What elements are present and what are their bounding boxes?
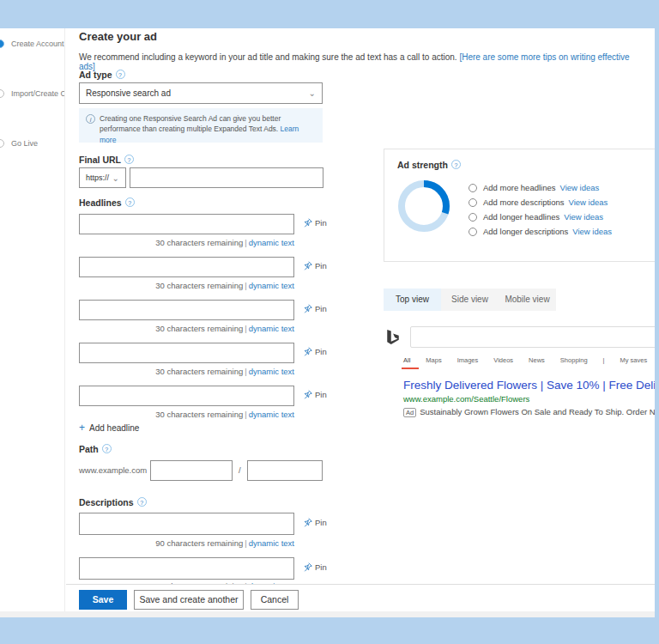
plus-icon: +	[79, 422, 85, 434]
view-ideas-link[interactable]: View ideas	[572, 227, 612, 236]
description-input[interactable]	[79, 513, 294, 535]
page-title: Create your ad	[79, 30, 157, 43]
pin-button[interactable]: Pin	[303, 518, 327, 527]
protocol-value: https://	[86, 173, 109, 182]
dynamic-text-link[interactable]: dynamic text	[249, 281, 294, 290]
pin-button[interactable]: Pin	[303, 304, 327, 313]
headline-input[interactable]	[79, 214, 294, 234]
suggestion-row: Add more descriptionsView ideas	[469, 197, 608, 207]
step-dot-active-icon	[0, 39, 4, 48]
create-ad-page: Create Account Import/Create Ca Go Live …	[0, 0, 659, 644]
ad-type-infobox: i Creating one Responsive Search Ad can …	[79, 108, 323, 143]
pin-button[interactable]: Pin	[303, 261, 327, 270]
headline-input[interactable]	[79, 257, 294, 277]
pin-button[interactable]: Pin	[303, 347, 327, 356]
main-panel: Create your ad We recommend including a …	[66, 28, 655, 611]
preview-ad-title[interactable]: Freshly Delivered Flowers | Save 10% | F…	[403, 379, 655, 392]
top-chrome-bar	[0, 0, 659, 28]
preview-ad-description: AdSustainably Grown Flowers On Sale and …	[403, 407, 655, 417]
help-icon[interactable]: ?	[137, 497, 147, 507]
info-text: Creating one Responsive Search Ad can gi…	[100, 114, 281, 133]
help-icon[interactable]: ?	[102, 444, 112, 453]
nav-item-shopping[interactable]: Shopping	[560, 356, 588, 364]
preview-ad-url: www.example.com/Seattle/Flowers	[403, 394, 529, 404]
pin-button[interactable]: Pin	[303, 390, 327, 399]
url-protocol-select[interactable]: https:// ⌄	[79, 167, 126, 188]
step-dot-icon	[0, 89, 4, 98]
suggestion-row: Add longer descriptionsView ideas	[469, 227, 612, 236]
nav-item-my-saves[interactable]: My saves	[620, 356, 648, 364]
bing-nav: All Maps Images Videos News Shopping | M…	[403, 356, 655, 364]
radio-icon[interactable]	[469, 198, 477, 207]
save-and-create-another-button[interactable]: Save and create another	[134, 590, 244, 610]
dynamic-text-link[interactable]: dynamic text	[249, 410, 294, 419]
ad-strength-panel: Ad strength? Add more headlinesView idea…	[384, 149, 655, 262]
view-ideas-link[interactable]: View ideas	[564, 212, 603, 222]
save-button[interactable]: Save	[79, 590, 127, 610]
nav-item-videos[interactable]: Videos	[493, 356, 513, 364]
chars-remaining: 30 characters remaining|dynamic text	[79, 367, 294, 376]
radio-icon[interactable]	[469, 213, 477, 222]
search-input[interactable]	[410, 326, 655, 348]
sidebar-item-create-account[interactable]: Create Account	[0, 39, 65, 51]
step-dot-icon	[0, 139, 4, 148]
help-icon[interactable]: ?	[124, 155, 134, 164]
step-label: Create Account	[11, 39, 64, 48]
path-label: Path?	[79, 444, 112, 454]
path-prefix: www.example.com /	[79, 465, 154, 475]
recommendation-text: We recommend including a keyword in your…	[79, 52, 645, 71]
chars-remaining: 30 characters remaining|dynamic text	[79, 238, 294, 247]
cancel-button[interactable]: Cancel	[251, 590, 299, 610]
chevron-down-icon: ⌄	[309, 83, 316, 103]
headline-input[interactable]	[79, 300, 294, 320]
recommendation-body: We recommend including a keyword in your…	[79, 52, 457, 62]
pin-button[interactable]: Pin	[303, 218, 327, 228]
add-headline-button[interactable]: +Add headline	[79, 422, 139, 434]
tab-side-view[interactable]: Side view	[441, 289, 499, 311]
dynamic-text-link[interactable]: dynamic text	[249, 538, 294, 548]
radio-icon[interactable]	[469, 184, 477, 192]
radio-icon[interactable]	[469, 228, 477, 236]
final-url-label: Final URL?	[79, 155, 134, 165]
help-icon[interactable]: ?	[116, 70, 125, 79]
headline-input[interactable]	[79, 343, 294, 363]
dynamic-text-link[interactable]: dynamic text	[249, 238, 294, 247]
help-icon[interactable]: ?	[125, 197, 135, 207]
path-input-1[interactable]	[150, 460, 233, 481]
bottom-chrome-bar	[0, 617, 659, 644]
help-icon[interactable]: ?	[451, 160, 461, 169]
final-url-input[interactable]	[130, 167, 323, 188]
steps-sidebar: Create Account Import/Create Ca Go Live	[0, 28, 65, 611]
sidebar-item-import-create-campaign[interactable]: Import/Create Ca	[0, 88, 65, 100]
step-label: Import/Create Ca	[11, 89, 64, 98]
view-ideas-link[interactable]: View ideas	[560, 183, 600, 192]
dynamic-text-link[interactable]: dynamic text	[249, 367, 294, 376]
nav-item-all[interactable]: All	[403, 356, 410, 364]
info-icon: i	[86, 114, 95, 124]
nav-item-maps[interactable]: Maps	[426, 356, 441, 364]
nav-item-news[interactable]: News	[529, 356, 545, 364]
tab-top-view[interactable]: Top view	[384, 289, 441, 311]
ad-strength-title: Ad strength?	[397, 160, 461, 170]
chars-remaining: 90 characters remaining|dynamic text	[79, 538, 294, 548]
ad-type-select[interactable]: Responsive search ad ⌄	[79, 82, 323, 104]
pin-button[interactable]: Pin	[303, 562, 327, 572]
sidebar-item-go-live[interactable]: Go Live	[0, 138, 65, 150]
nav-item-images[interactable]: Images	[457, 356, 479, 364]
ad-badge: Ad	[403, 408, 416, 417]
action-footer: Save Save and create another Cancel	[66, 584, 655, 611]
chars-remaining: 30 characters remaining|dynamic text	[79, 324, 294, 333]
chevron-down-icon: ⌄	[112, 168, 119, 188]
dynamic-text-link[interactable]: dynamic text	[249, 324, 294, 333]
active-nav-underline	[402, 368, 419, 369]
headlines-label: Headlines?	[79, 197, 135, 208]
tab-mobile-view[interactable]: Mobile view	[499, 289, 556, 311]
suggestion-row: Add longer headlinesView ideas	[469, 212, 603, 222]
chars-remaining: 30 characters remaining|dynamic text	[79, 281, 294, 290]
view-ideas-link[interactable]: View ideas	[569, 197, 608, 207]
headline-input[interactable]	[79, 386, 294, 406]
path-input-2[interactable]	[247, 460, 323, 481]
right-chrome-strip	[655, 0, 659, 644]
chars-remaining: 30 characters remaining|dynamic text	[79, 410, 294, 419]
description-input[interactable]	[79, 557, 294, 580]
